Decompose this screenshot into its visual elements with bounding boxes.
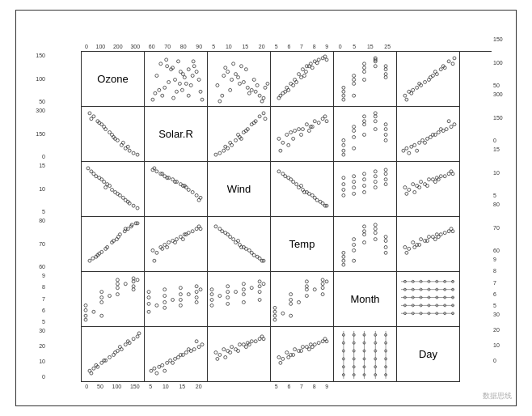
svg-point-46 — [247, 91, 251, 95]
svg-point-450 — [179, 293, 182, 296]
svg-point-461 — [187, 293, 190, 296]
svg-point-214 — [437, 131, 440, 134]
svg-point-586 — [239, 343, 242, 346]
svg-point-389 — [363, 233, 366, 236]
top-axis-labels: 0100200300 60708090 5101520 56789 051525 — [81, 35, 492, 51]
svg-point-194 — [374, 120, 377, 123]
svg-point-554 — [124, 343, 127, 346]
svg-point-310 — [407, 189, 411, 192]
svg-point-488 — [289, 293, 293, 296]
svg-point-619 — [323, 337, 327, 341]
svg-point-559 — [137, 332, 141, 335]
svg-point-152 — [222, 149, 226, 152]
scatter-temp-ozone — [82, 217, 145, 272]
svg-point-305 — [420, 180, 423, 184]
svg-point-297 — [384, 178, 387, 181]
svg-point-99 — [353, 94, 356, 97]
svg-point-173 — [305, 123, 308, 126]
svg-point-376 — [229, 236, 232, 239]
scatter-wind-ozone — [82, 162, 145, 217]
svg-point-53 — [221, 94, 224, 97]
svg-point-21 — [151, 98, 154, 101]
svg-point-501 — [313, 288, 316, 291]
svg-point-471 — [242, 293, 245, 296]
svg-point-599 — [260, 335, 264, 338]
svg-point-462 — [199, 288, 202, 291]
svg-point-153 — [262, 112, 265, 115]
svg-point-322 — [418, 186, 421, 189]
svg-point-497 — [305, 295, 308, 298]
svg-point-468 — [226, 296, 230, 299]
scatter-day-wind — [208, 327, 271, 382]
svg-point-79 — [323, 55, 327, 58]
scatter-wind-month — [334, 162, 397, 217]
svg-point-431 — [116, 278, 119, 282]
svg-point-492 — [321, 278, 324, 282]
svg-point-490 — [305, 285, 308, 288]
svg-point-341 — [126, 227, 129, 231]
svg-point-64 — [302, 68, 305, 71]
svg-point-622 — [292, 354, 295, 357]
svg-point-605 — [293, 348, 297, 351]
svg-point-63 — [298, 73, 301, 76]
svg-point-604 — [285, 351, 289, 354]
svg-point-400 — [363, 241, 366, 244]
svg-point-332 — [91, 257, 95, 260]
svg-point-371 — [214, 225, 217, 228]
svg-point-378 — [247, 248, 251, 252]
svg-point-22 — [195, 70, 198, 74]
svg-point-618 — [310, 346, 314, 349]
scatter-month-day — [397, 272, 460, 327]
svg-point-571 — [161, 363, 164, 367]
svg-point-210 — [405, 146, 408, 150]
svg-point-162 — [264, 117, 267, 121]
svg-point-202 — [384, 138, 387, 142]
svg-point-447 — [163, 295, 167, 298]
svg-point-186 — [353, 135, 356, 138]
svg-point-403 — [403, 245, 407, 248]
svg-point-393 — [374, 227, 377, 231]
svg-point-52 — [264, 86, 267, 89]
svg-point-500 — [298, 300, 301, 304]
svg-point-132 — [128, 149, 131, 152]
svg-point-97 — [384, 73, 387, 76]
scatter-month-temp — [271, 272, 334, 327]
svg-point-464 — [210, 293, 213, 296]
svg-point-206 — [426, 137, 429, 140]
svg-point-120 — [405, 98, 408, 101]
svg-point-197 — [384, 134, 387, 137]
svg-point-303 — [403, 186, 407, 189]
svg-point-109 — [451, 62, 454, 66]
svg-point-68 — [317, 58, 320, 62]
svg-point-259 — [197, 198, 201, 202]
svg-point-408 — [443, 231, 446, 235]
svg-point-83 — [342, 94, 345, 97]
svg-point-48 — [260, 100, 264, 103]
svg-point-496 — [289, 314, 293, 317]
svg-point-250 — [155, 170, 158, 173]
svg-point-603 — [277, 355, 281, 359]
svg-point-383 — [342, 259, 345, 262]
svg-point-255 — [195, 193, 198, 197]
svg-point-4 — [187, 68, 190, 71]
svg-point-296 — [384, 172, 387, 176]
svg-point-10 — [175, 90, 179, 93]
svg-point-183 — [342, 149, 345, 152]
svg-point-160 — [229, 141, 232, 144]
svg-point-227 — [111, 189, 114, 192]
svg-point-233 — [118, 193, 121, 197]
svg-point-298 — [342, 193, 345, 197]
svg-point-397 — [384, 245, 387, 248]
svg-point-432 — [132, 277, 135, 280]
right-axis-labels: 15010050 3001500 15105 807060 98765 3020… — [493, 35, 516, 365]
scatter-month-solar — [145, 272, 208, 327]
svg-point-485 — [273, 306, 277, 309]
svg-point-187 — [353, 129, 356, 133]
svg-point-404 — [412, 241, 415, 244]
svg-point-597 — [237, 350, 240, 353]
svg-point-454 — [195, 285, 198, 288]
svg-point-242 — [104, 186, 108, 189]
svg-point-31 — [192, 60, 195, 63]
bottom-axis-labels: 050100150 5101520 56789 — [81, 384, 492, 389]
svg-point-459 — [155, 304, 158, 307]
